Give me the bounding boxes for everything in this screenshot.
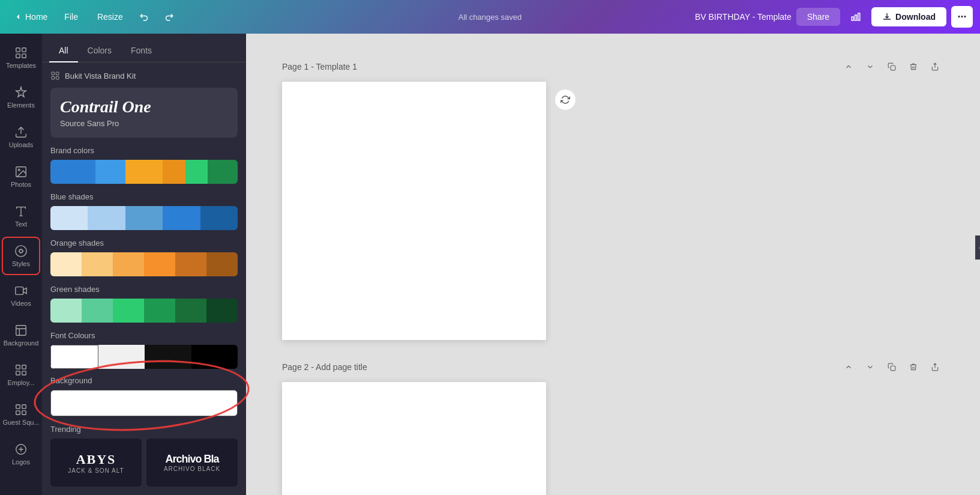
undo-button[interactable]	[134, 6, 155, 28]
logos-icon	[14, 443, 28, 456]
tab-colors[interactable]: Colors	[78, 40, 121, 62]
font-colour-2[interactable]	[98, 345, 145, 369]
text-icon	[14, 205, 28, 218]
blue-shade-1[interactable]	[50, 206, 88, 230]
orange-shade-5[interactable]	[175, 252, 206, 276]
brand-kit-label: Bukit Vista Brand Kit	[65, 71, 136, 80]
blue-shade-5[interactable]	[200, 206, 238, 230]
nav-right: BV BIRTHDAY - Template Share Download ··…	[695, 6, 973, 28]
blue-shade-3[interactable]	[125, 206, 163, 230]
green-shade-3[interactable]	[113, 299, 144, 323]
svg-rect-14	[16, 371, 20, 375]
sidebar-item-guest[interactable]: Guest Squ...	[2, 395, 40, 434]
green-shade-2[interactable]	[82, 299, 113, 323]
orange-shade-4[interactable]	[144, 252, 175, 276]
orange-shade-1[interactable]	[50, 252, 82, 276]
page-2-add-button[interactable]	[926, 358, 944, 376]
trending-font-sub-2: ARCHIVO BLACK	[164, 466, 220, 472]
page-2-down-button[interactable]	[861, 358, 879, 376]
sidebar-item-elements[interactable]: Elements	[2, 78, 40, 117]
orange-shade-2[interactable]	[82, 252, 113, 276]
sidebar-item-background[interactable]: Background	[2, 316, 40, 354]
photo-icon	[14, 165, 28, 178]
heading-font: Contrail One	[60, 97, 228, 117]
svg-rect-11	[16, 326, 26, 336]
page-1-toolbar: Page 1 - Template 1	[282, 58, 944, 76]
tab-fonts[interactable]: Fonts	[121, 40, 161, 62]
brand-colors-label: Brand colors	[50, 146, 238, 155]
sidebar-item-logos[interactable]: Logos	[2, 435, 40, 473]
page-1-delete-button[interactable]	[904, 58, 922, 76]
sidebar-item-employee[interactable]: Employ...	[2, 356, 40, 394]
redo-button[interactable]	[158, 6, 179, 28]
trending-label: Trending	[50, 425, 238, 434]
stats-button[interactable]	[845, 6, 867, 28]
page-1-copy-button[interactable]	[883, 58, 901, 76]
download-button[interactable]: Download	[871, 7, 946, 26]
resize-button[interactable]: Resize	[89, 8, 131, 25]
page-1-up-button[interactable]	[840, 58, 858, 76]
page-2-up-button[interactable]	[840, 358, 858, 376]
green-shade-5[interactable]	[175, 299, 206, 323]
svg-point-9	[19, 249, 23, 253]
background-label: Background	[50, 376, 238, 385]
video-icon	[14, 284, 28, 297]
more-options-button[interactable]: ···	[951, 6, 973, 28]
svg-rect-24	[56, 76, 59, 79]
font-colour-4[interactable]	[191, 345, 238, 369]
sidebar-item-templates[interactable]: Templates	[2, 38, 40, 77]
trending-row: ABYS Jack & Son Alt Archivo Bla ARCHIVO …	[50, 439, 238, 487]
orange-shade-6[interactable]	[206, 252, 238, 276]
brand-color-6[interactable]	[208, 160, 238, 184]
trending-card-1[interactable]: ABYS Jack & Son Alt	[50, 439, 142, 487]
sidebar-item-videos[interactable]: Videos	[2, 276, 40, 315]
green-shade-1[interactable]	[50, 299, 82, 323]
sidebar-label-templates: Templates	[6, 62, 36, 69]
background-swatch[interactable]	[50, 390, 238, 416]
svg-rect-1	[855, 15, 857, 20]
sidebar-label-photos: Photos	[11, 181, 31, 188]
sidebar-item-text[interactable]: Text	[2, 197, 40, 235]
brand-color-3[interactable]	[125, 160, 163, 184]
sidebar-label-styles: Styles	[12, 260, 30, 267]
page-2-copy-button[interactable]	[883, 358, 901, 376]
sidebar-item-styles[interactable]: Styles	[2, 237, 40, 275]
tab-all[interactable]: All	[49, 40, 78, 62]
home-label: Home	[25, 12, 47, 22]
home-button[interactable]: Home	[7, 8, 53, 25]
font-colour-1[interactable]	[50, 345, 98, 369]
sidebar-item-photos[interactable]: Photos	[2, 157, 40, 196]
file-button[interactable]: File	[56, 8, 86, 25]
sidebar-label-employee: Employ...	[7, 379, 34, 386]
page-1-add-button[interactable]	[926, 58, 944, 76]
brand-color-4[interactable]	[163, 160, 185, 184]
trending-font-name-2: Archivo Bla	[165, 453, 218, 466]
upload-icon	[14, 126, 28, 139]
page-2-delete-button[interactable]	[904, 358, 922, 376]
page-2-canvas[interactable]	[282, 382, 546, 495]
svg-rect-15	[22, 371, 26, 375]
page-1-canvas[interactable]	[282, 82, 546, 340]
brand-color-1[interactable]	[50, 160, 95, 184]
green-shade-6[interactable]	[206, 299, 238, 323]
blue-shade-4[interactable]	[163, 206, 200, 230]
copy-icon-2	[888, 363, 896, 371]
page-2-label: Page 2 - Add page title	[282, 362, 836, 372]
share-button[interactable]: Share	[796, 8, 840, 26]
share-icon-2	[931, 363, 939, 371]
svg-rect-25	[891, 65, 895, 70]
svg-rect-19	[22, 411, 26, 415]
guest-icon	[14, 403, 28, 416]
trending-card-2[interactable]: Archivo Bla ARCHIVO BLACK	[146, 439, 238, 487]
brand-color-5[interactable]	[185, 160, 208, 184]
refresh-button[interactable]	[555, 89, 576, 111]
page-1-down-button[interactable]	[861, 58, 879, 76]
blue-shade-2[interactable]	[88, 206, 125, 230]
sidebar-item-uploads[interactable]: Uploads	[2, 118, 40, 156]
orange-shade-3[interactable]	[113, 252, 144, 276]
svg-rect-4	[22, 48, 26, 52]
green-shade-4[interactable]	[144, 299, 175, 323]
brand-color-2[interactable]	[95, 160, 125, 184]
redo-icon	[163, 11, 174, 22]
font-colour-3[interactable]	[145, 345, 191, 369]
